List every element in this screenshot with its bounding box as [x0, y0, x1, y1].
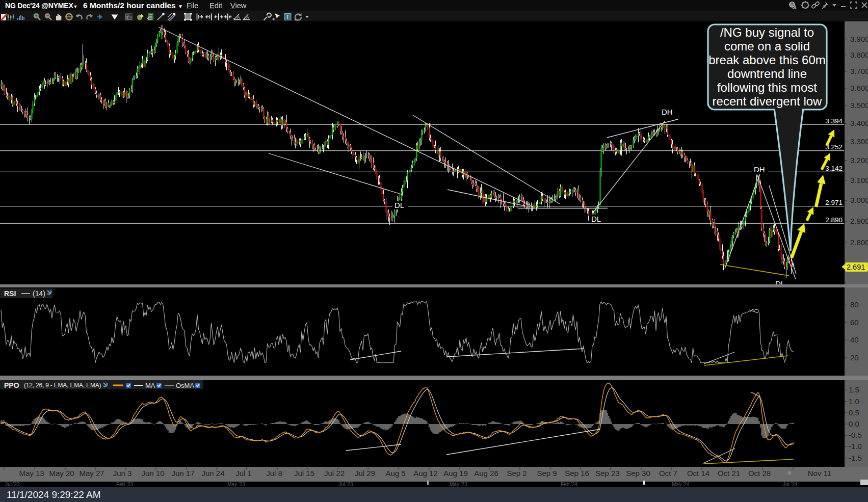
- svg-text:1.0: 1.0: [849, 397, 859, 406]
- svg-text:T: T: [126, 15, 129, 20]
- svg-text:recent divergent low: recent divergent low: [713, 94, 822, 108]
- svg-text:DH: DH: [754, 165, 765, 174]
- svg-text:Oct 21: Oct 21: [718, 469, 740, 478]
- svg-text:Sep 23: Sep 23: [595, 469, 620, 478]
- svg-text:(12, 26, 9 - EMA, EMA, EMA): (12, 26, 9 - EMA, EMA, EMA): [24, 382, 101, 389]
- svg-text:3.800: 3.800: [850, 50, 868, 59]
- svg-text:0.5: 0.5: [849, 408, 859, 417]
- svg-text:DH: DH: [662, 108, 673, 116]
- svg-text:Jul 22: Jul 22: [324, 469, 345, 478]
- svg-text:1.5: 1.5: [849, 385, 859, 394]
- svg-text:3.200: 3.200: [850, 156, 868, 165]
- svg-text:40: 40: [850, 335, 859, 344]
- svg-text:Oct 28: Oct 28: [748, 469, 771, 478]
- svg-text:3.900: 3.900: [850, 35, 868, 43]
- svg-text:RSI: RSI: [4, 289, 16, 298]
- svg-text:Jun 17: Jun 17: [171, 469, 194, 478]
- svg-text:Aug 5: Aug 5: [385, 469, 405, 478]
- svg-text:20: 20: [850, 353, 859, 362]
- svg-text:Jul 1: Jul 1: [235, 469, 252, 478]
- svg-text:2.971: 2.971: [825, 199, 843, 206]
- svg-text:May 13: May 13: [19, 469, 44, 478]
- svg-text:May 20: May 20: [49, 469, 74, 478]
- svg-text:Aug 26: Aug 26: [474, 469, 498, 478]
- svg-text:DL: DL: [591, 215, 601, 223]
- svg-text:2.691: 2.691: [847, 263, 865, 271]
- svg-text:OsMA: OsMA: [176, 382, 194, 389]
- svg-text:Sep 9: Sep 9: [537, 469, 557, 478]
- svg-text:0.0: 0.0: [849, 419, 859, 428]
- svg-text:downtrend line: downtrend line: [727, 67, 807, 81]
- svg-text:(14): (14): [33, 289, 45, 298]
- svg-text:Jul '22: Jul '22: [5, 482, 20, 487]
- svg-text:Jul '23: Jul '23: [338, 482, 353, 487]
- svg-text:Jun 24: Jun 24: [201, 469, 224, 478]
- svg-text:Sep 16: Sep 16: [565, 469, 589, 478]
- svg-text:DL: DL: [394, 201, 404, 209]
- svg-text:3.000: 3.000: [850, 196, 868, 204]
- svg-text:T: T: [286, 14, 290, 20]
- svg-text:come on a solid: come on a solid: [724, 39, 810, 53]
- svg-text:A: A: [246, 15, 249, 20]
- svg-text:/NG buy signal to: /NG buy signal to: [720, 25, 814, 39]
- svg-text:Jun 3: Jun 3: [113, 469, 132, 478]
- svg-text:3.142: 3.142: [825, 165, 843, 172]
- svg-text:A: A: [237, 15, 240, 20]
- svg-text:80: 80: [850, 300, 859, 309]
- svg-text:Nov 11: Nov 11: [808, 469, 831, 478]
- svg-text:-0.5: -0.5: [849, 431, 862, 439]
- svg-text:Feb '24: Feb '24: [561, 482, 577, 487]
- svg-text:May '23: May '23: [450, 482, 467, 487]
- svg-text:60: 60: [850, 318, 859, 327]
- svg-text:3.400: 3.400: [850, 119, 868, 127]
- svg-text:2.890: 2.890: [825, 216, 843, 224]
- svg-text:3.500: 3.500: [850, 101, 868, 110]
- svg-text:May '24: May '24: [672, 482, 690, 487]
- svg-text:PPO: PPO: [4, 381, 19, 389]
- svg-text:Sep 2: Sep 2: [507, 469, 527, 478]
- svg-text:May 27: May 27: [79, 469, 104, 478]
- svg-text:2.800: 2.800: [850, 238, 868, 247]
- svg-text:Feb '23: Feb '23: [116, 482, 133, 487]
- svg-text:DL: DL: [775, 279, 785, 284]
- svg-text:following this most: following this most: [717, 81, 817, 94]
- svg-text:Jun 10: Jun 10: [141, 469, 164, 478]
- svg-text:break above this 60m: break above this 60m: [708, 53, 825, 67]
- svg-text:Jul 8: Jul 8: [266, 469, 282, 478]
- svg-text:Jul '24: Jul '24: [783, 482, 798, 487]
- svg-text:Sep 30: Sep 30: [626, 469, 650, 478]
- svg-text:3.394: 3.394: [825, 117, 843, 125]
- svg-text:Oct 14: Oct 14: [687, 469, 709, 478]
- svg-text:-1.5: -1.5: [849, 454, 862, 462]
- svg-text:3.600: 3.600: [850, 84, 868, 92]
- svg-text:MA: MA: [145, 382, 155, 389]
- svg-text:Jul 29: Jul 29: [355, 469, 375, 478]
- svg-text:Aug 12: Aug 12: [413, 469, 438, 478]
- svg-text:Aug 19: Aug 19: [443, 469, 468, 478]
- svg-text:Oct 7: Oct 7: [659, 469, 677, 478]
- svg-text:3.700: 3.700: [850, 67, 868, 75]
- svg-text:2.900: 2.900: [850, 217, 868, 225]
- svg-text:-1.0: -1.0: [849, 442, 862, 451]
- svg-text:3.100: 3.100: [850, 176, 868, 184]
- svg-text:3.300: 3.300: [850, 137, 868, 146]
- svg-text:Jul 15: Jul 15: [294, 469, 314, 478]
- svg-text:May '23: May '23: [227, 482, 245, 487]
